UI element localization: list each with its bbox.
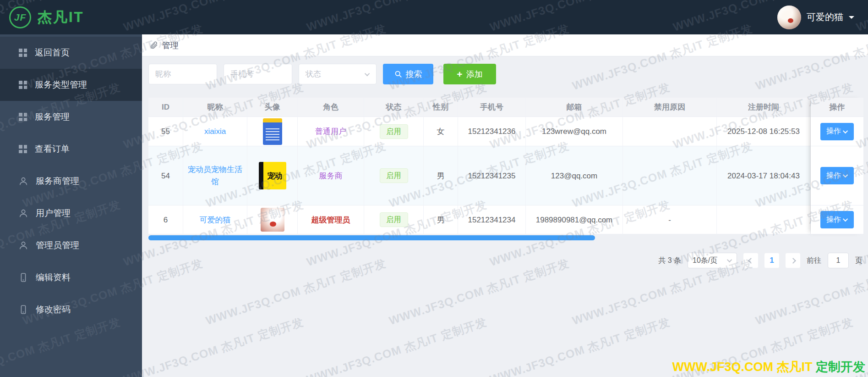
- plus-icon: +: [457, 69, 462, 79]
- sidebar-item-providers[interactable]: 服务商管理: [0, 165, 142, 197]
- sidebar-item-label: 管理员管理: [36, 239, 79, 251]
- cell-phone: 15212341236: [458, 117, 526, 146]
- column-header-id[interactable]: ID: [148, 98, 183, 117]
- table-row: 55 xiaixia 普通用户 启用 女 15212341236 123wrew…: [148, 117, 811, 146]
- column-header-register-time[interactable]: 注册时间: [717, 98, 811, 117]
- cell-register-time: [717, 205, 811, 234]
- cell-role: 超级管理员: [298, 205, 364, 234]
- search-button-label: 搜索: [406, 69, 422, 80]
- row-action-label: 操作: [826, 215, 841, 225]
- sidebar-item-admins[interactable]: 管理员管理: [0, 229, 142, 261]
- page-size-value: 10条/页: [693, 256, 717, 266]
- sidebar-item-orders[interactable]: 查看订单: [0, 133, 142, 165]
- column-header-action[interactable]: 操作: [811, 98, 863, 117]
- grid-icon: [18, 48, 27, 57]
- sidebar-item-service[interactable]: 服务管理: [0, 101, 142, 133]
- sidebar-item-label: 查看订单: [35, 143, 70, 155]
- grid-icon: [18, 112, 27, 122]
- next-page-button[interactable]: [786, 253, 800, 268]
- phone-input[interactable]: [224, 64, 292, 84]
- search-icon: [394, 70, 402, 78]
- nickname-link[interactable]: 宠动员宠物生活馆: [187, 163, 244, 188]
- sidebar-item-change-password[interactable]: 修改密码: [0, 294, 142, 326]
- footer-brand: WWW.JF3Q.COM 杰凡IT 定制开发: [672, 359, 866, 375]
- column-header-gender[interactable]: 性别: [424, 98, 458, 117]
- cell-id: 55: [148, 117, 183, 146]
- watermark-text: WWW.JF3Q.COM 杰凡IT 定制开发: [305, 314, 489, 377]
- nickname-link[interactable]: 可爱的猫: [200, 214, 231, 226]
- user-avatar: [777, 6, 801, 29]
- page-size-select[interactable]: 10条/页: [688, 253, 737, 268]
- user-icon: [18, 240, 28, 250]
- chevron-down-icon: [843, 216, 848, 222]
- grid-icon: [18, 80, 27, 89]
- status-badge: 启用: [380, 168, 408, 183]
- table-row: 6 可爱的猫 超级管理员 启用 男 15212341234 1989890981…: [148, 205, 811, 234]
- sidebar-item-label: 修改密码: [36, 304, 71, 316]
- sidebar-item-users[interactable]: 用户管理: [0, 197, 142, 229]
- status-select[interactable]: 状态: [299, 64, 377, 84]
- column-header-status[interactable]: 状态: [364, 98, 424, 117]
- chevron-down-icon: [843, 128, 848, 133]
- cell-disable-reason: -: [623, 205, 717, 234]
- avatar-image[interactable]: [261, 208, 284, 232]
- row-action-label: 操作: [826, 127, 841, 136]
- paperclip-icon: [149, 41, 158, 50]
- sidebar-item-label: 服务管理: [35, 111, 70, 123]
- goto-page-input[interactable]: [828, 253, 849, 268]
- admin-app: JF 杰凡IT 可爱的猫 返回首页 服务类型管理 服务管理 查看订单 服务商管: [0, 0, 868, 377]
- user-menu[interactable]: 可爱的猫: [777, 6, 854, 29]
- horizontal-scrollbar[interactable]: [148, 235, 595, 240]
- device-icon: [18, 272, 28, 283]
- sidebar-item-service-type[interactable]: 服务类型管理: [0, 69, 142, 101]
- column-header-avatar[interactable]: 头像: [247, 98, 298, 117]
- avatar-image[interactable]: 宠动: [259, 162, 286, 189]
- nickname-link[interactable]: xiaixia: [204, 125, 226, 138]
- footer-suffix-text: 定制开发: [816, 360, 865, 374]
- sidebar-item-label: 用户管理: [36, 207, 71, 219]
- cell-email: 123@qq.com: [526, 146, 623, 205]
- avatar-image[interactable]: [263, 118, 282, 145]
- status-badge: 启用: [380, 124, 408, 139]
- cell-gender: 男: [424, 146, 458, 205]
- column-header-email[interactable]: 邮箱: [526, 98, 623, 117]
- cell-gender: 女: [424, 117, 458, 146]
- brand-logo[interactable]: JF 杰凡IT: [9, 6, 84, 28]
- add-button[interactable]: + 添加: [443, 64, 496, 84]
- cell-email: 123wrew@qq.com: [526, 117, 623, 146]
- row-action-button[interactable]: 操作: [820, 167, 854, 184]
- row-action-button[interactable]: 操作: [820, 123, 854, 140]
- sidebar-item-label: 编辑资料: [36, 272, 71, 283]
- cell-id: 6: [148, 205, 183, 234]
- page-unit-label: 页: [855, 256, 863, 266]
- pagination-total: 共 3 条: [658, 256, 681, 266]
- chevron-down-icon: [727, 257, 732, 262]
- watermark-text: WWW.JF3Q.COM 杰凡IT 定制开发: [204, 255, 388, 328]
- column-header-role[interactable]: 角色: [298, 98, 364, 117]
- cell-phone: 15212341234: [458, 205, 526, 234]
- row-action-button[interactable]: 操作: [820, 211, 854, 228]
- column-header-phone[interactable]: 手机号: [458, 98, 526, 117]
- chevron-down-icon: [365, 71, 370, 76]
- nickname-input[interactable]: [148, 64, 217, 84]
- column-header-disable-reason[interactable]: 禁用原因: [623, 98, 717, 117]
- sidebar-item-home[interactable]: 返回首页: [0, 37, 142, 69]
- page-title: 管理: [162, 40, 179, 51]
- search-button[interactable]: 搜索: [383, 64, 433, 84]
- column-header-nickname[interactable]: 昵称: [183, 98, 247, 117]
- username: 可爱的猫: [807, 11, 843, 23]
- sidebar-item-label: 服务商管理: [36, 175, 79, 187]
- cell-email: 1989890981@qq.com: [526, 205, 623, 234]
- cell-role: 服务商: [298, 146, 364, 205]
- watermark-text: WWW.JF3Q.COM 杰凡IT 定制开发: [488, 314, 672, 377]
- logo-text: 杰凡IT: [38, 8, 84, 27]
- cell-disable-reason: [623, 146, 717, 205]
- pagination: 共 3 条 10条/页 1 前往 页: [658, 252, 863, 269]
- sidebar-item-edit-profile[interactable]: 编辑资料: [0, 261, 142, 294]
- watermark-text: WWW.JF3Q.COM 杰凡IT 定制开发: [387, 255, 571, 328]
- prev-page-button[interactable]: [743, 253, 758, 268]
- current-page[interactable]: 1: [764, 253, 779, 268]
- chevron-down-icon: [843, 172, 848, 177]
- sidebar: 返回首页 服务类型管理 服务管理 查看订单 服务商管理 用户管理 管理员管理: [0, 34, 142, 377]
- goto-label: 前往: [807, 256, 821, 266]
